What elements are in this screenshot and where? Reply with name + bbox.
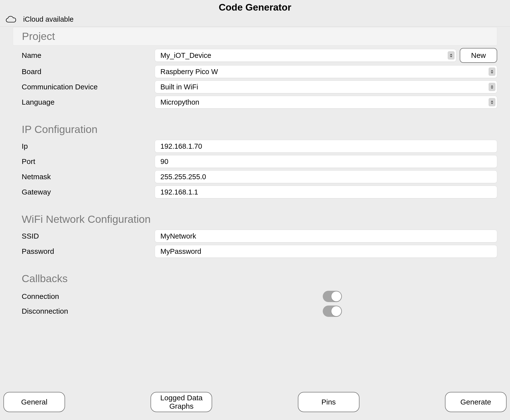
port-input[interactable]: 90: [155, 155, 497, 168]
header-bar: Code Generator iCloud available: [0, 0, 510, 27]
cloud-icon: [5, 16, 16, 23]
section-title-wifi: WiFi Network Configuration: [22, 213, 497, 225]
new-button[interactable]: New: [460, 48, 497, 63]
language-select[interactable]: Micropython: [155, 96, 497, 109]
row-ssid: SSID MyNetwork: [13, 230, 497, 242]
section-title-callbacks: Callbacks: [22, 273, 497, 285]
general-button[interactable]: General: [3, 392, 65, 412]
row-ip: Ip 192.168.1.70: [13, 140, 497, 153]
language-select-value: Micropython: [160, 98, 199, 106]
ip-input-value: 192.168.1.70: [160, 142, 492, 150]
row-board: Board Raspberry Pico W: [13, 65, 497, 78]
connection-toggle[interactable]: [323, 291, 342, 302]
label-netmask: Netmask: [22, 173, 155, 181]
label-comm-device: Communication Device: [22, 83, 155, 91]
ssid-input[interactable]: MyNetwork: [155, 230, 497, 242]
row-connection: Connection: [13, 289, 497, 304]
password-input[interactable]: MyPassword: [155, 245, 497, 258]
section-title-project: Project: [22, 30, 488, 42]
disconnection-toggle[interactable]: [323, 306, 342, 317]
name-select[interactable]: My_iOT_Device: [155, 49, 456, 62]
stepper-icon[interactable]: [489, 98, 495, 106]
gateway-input-value: 192.168.1.1: [160, 188, 492, 196]
comm-device-select[interactable]: Built in WiFi: [155, 81, 497, 93]
gateway-input[interactable]: 192.168.1.1: [155, 186, 497, 198]
cloud-status-text: iCloud available: [23, 15, 74, 23]
label-name: Name: [22, 51, 155, 60]
row-netmask: Netmask 255.255.255.0: [13, 170, 497, 183]
label-disconnection: Disconnection: [13, 307, 68, 315]
stepper-icon[interactable]: [448, 51, 455, 60]
stepper-icon[interactable]: [489, 83, 495, 91]
pins-button[interactable]: Pins: [298, 392, 359, 412]
row-password: Password MyPassword: [13, 245, 497, 258]
main-content: Project Name My_iOT_Device New Board Ras…: [0, 27, 510, 319]
label-language: Language: [22, 98, 155, 106]
label-port: Port: [22, 157, 155, 166]
logged-data-graphs-button[interactable]: Logged Data Graphs: [151, 392, 212, 412]
label-board: Board: [22, 67, 155, 76]
ip-input[interactable]: 192.168.1.70: [155, 140, 497, 153]
row-disconnection: Disconnection: [13, 304, 497, 319]
toggle-knob-icon: [331, 306, 341, 316]
stepper-icon[interactable]: [489, 67, 495, 76]
port-input-value: 90: [160, 158, 492, 166]
password-input-value: MyPassword: [160, 247, 492, 256]
name-select-value: My_iOT_Device: [160, 51, 211, 60]
label-ssid: SSID: [22, 232, 155, 240]
comm-device-select-value: Built in WiFi: [160, 83, 198, 91]
row-gateway: Gateway 192.168.1.1: [13, 186, 497, 198]
label-ip: Ip: [22, 142, 155, 150]
ssid-input-value: MyNetwork: [160, 232, 492, 240]
toggle-knob-icon: [331, 291, 341, 301]
row-language: Language Micropython: [13, 96, 497, 109]
label-gateway: Gateway: [22, 188, 155, 196]
section-header-project: Project: [13, 27, 497, 46]
row-port: Port 90: [13, 155, 497, 168]
bottom-button-bar: General Logged Data Graphs Pins Generate: [0, 392, 510, 412]
board-select[interactable]: Raspberry Pico W: [155, 65, 497, 78]
section-title-ip: IP Configuration: [22, 123, 497, 135]
label-connection: Connection: [13, 292, 59, 301]
row-comm-device: Communication Device Built in WiFi: [13, 81, 497, 93]
cloud-status-row: iCloud available: [0, 13, 510, 26]
app-title: Code Generator: [0, 2, 510, 13]
label-password: Password: [22, 247, 155, 256]
generate-button[interactable]: Generate: [445, 392, 507, 412]
netmask-input-value: 255.255.255.0: [160, 173, 492, 181]
board-select-value: Raspberry Pico W: [160, 68, 218, 76]
netmask-input[interactable]: 255.255.255.0: [155, 170, 497, 183]
row-name: Name My_iOT_Device New: [13, 48, 497, 63]
